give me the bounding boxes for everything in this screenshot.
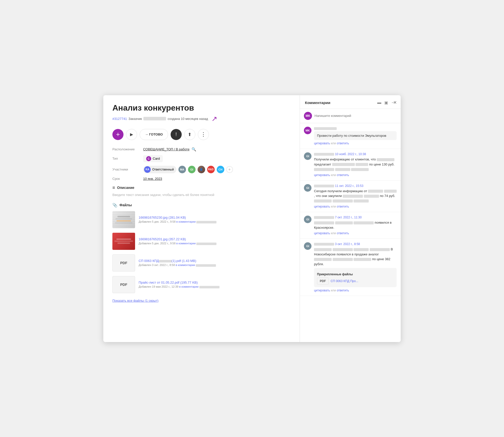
comment-date-link[interactable]: 7 окт. 2022 г., 11:30 [335,216,362,219]
task-meta: #3127741 Заказчик создана 10 месяцев наз… [112,115,291,123]
play-button[interactable]: ▶ [126,129,137,140]
location-link[interactable]: СОВЕЩАНИЕ_ТОП / В работе [143,147,190,151]
show-all-files-link[interactable]: Показать все файлы (1 скрыт) [112,299,159,302]
comment-author-blurred [314,185,334,187]
deadline-value: 10 янв. 2023 [143,177,162,181]
deadline-date[interactable]: 10 янв. 2023 [143,177,162,181]
blurred-word [354,199,369,203]
file-meta-4: Добавлен 19 мая 2022 г., 12:39 в коммент… [139,285,291,288]
file-comment-link-2[interactable]: в комментарии [176,242,196,245]
comment-date-link[interactable]: 11 окт. 2022 г., 15:53 [335,184,363,188]
type-label: Тип [112,157,140,160]
files-section: 📎 Файлы 1669816765230.jpg (281 [112,203,291,302]
blurred-word [314,248,332,251]
comment-row: GI 11 окт. 2022 г., 15:53 Сегодня получи… [304,184,397,209]
task-id-link[interactable]: #3127741 [112,117,127,121]
quote-link[interactable]: цитировать [314,205,330,208]
blurred-word [333,248,353,251]
responsible-avatar-label[interactable]: KA Ответственный [143,166,176,173]
share-button[interactable]: ⬆ [184,129,195,140]
description-placeholder[interactable]: Введите текст описания задачи, чтобы сде… [112,193,291,197]
comment-text: В Новосибирске появился в продаже аналог… [314,247,397,266]
type-field: Тип C Card [112,155,291,162]
comments-view-grid-btn[interactable]: ▣ [384,100,389,106]
comment-date-link[interactable]: 10 нояб. 2022 г., 10:38 [335,152,366,156]
file-info-2: 1669816765201.jpg (357.22 KB) Добавлен 5… [139,237,291,245]
file-name-link-2[interactable]: 1669816765201.jpg (357.22 KB) [139,237,291,241]
comment-content: 11 окт. 2022 г., 15:53 Сегодня получили … [314,184,397,209]
comment-avatar-gi: GI [304,242,311,250]
file-name-link-3[interactable]: СП 0063 КПД(1).pdf (1.43 MB) [139,259,291,263]
meta-created: создана 10 месяцев назад [168,117,208,121]
comment-actions: цитировать или ответить [314,205,397,208]
quote-link[interactable]: цитировать [314,173,330,177]
status-label: → ГОТОВО [145,132,163,136]
comment-meta: 11 окт. 2022 г., 15:53 [314,184,397,188]
comments-view-list-btn[interactable]: ▬ [377,100,382,105]
close-button[interactable]: × [393,99,397,106]
comment-text: Сегодня получили информацию от , что они… [314,189,397,204]
attached-file-link[interactable]: СП 0063 КПД Про... [331,279,358,283]
file-author-blurred-1 [196,221,216,223]
reply-link[interactable]: ответить [337,142,349,145]
reply-link[interactable]: ответить [337,173,349,177]
attached-pdf-badge: PDF [317,278,329,285]
comment-avatar-mk: MK [304,127,311,134]
add-participant-button[interactable]: + [226,166,233,173]
comment-content: 10 нояб. 2022 г., 10:38 Получили информа… [314,152,397,177]
type-badge[interactable]: C Card [143,155,163,162]
blurred-word [354,221,374,224]
file-author-blurred-4 [199,286,219,288]
file-meta-2: Добавлен 5 дек. 2022 г., 9:58 в коммента… [139,242,291,245]
toolbar: + ▶ → ГОТОВО ! ⬆ ⋮ [112,129,291,140]
file-meta-1: Добавлен 5 дек. 2022 г., 9:58 в коммента… [139,220,291,223]
file-comment-link-4[interactable]: в комментарии [179,285,199,288]
description-section: ≡ Описание Введите текст описания задачи… [112,185,291,197]
file-item: 1669816765230.jpg (281.04 KB) Добавлен 5… [112,211,291,228]
blurred-word [368,190,383,193]
file-info-3: СП 0063 КПД(1).pdf (1.43 MB) Добавлен 3 … [139,259,291,266]
modal-body: Анализ конкурентов #3127741 Заказчик соз… [103,95,401,342]
more-button[interactable]: ⋮ [198,129,209,140]
file-info-1: 1669816765230.jpg (281.04 KB) Добавлен 5… [139,216,291,223]
comment-input-avatar: MK [304,112,312,120]
status-button[interactable]: → ГОТОВО [140,129,168,140]
file-author-blurred-3 [196,264,216,267]
quote-link[interactable]: цитировать [314,231,330,235]
file-name-link-1[interactable]: 1669816765230.jpg (281.04 KB) [139,216,291,219]
comment-meta: 3 окт. 2022 г., 8:58 [314,242,397,246]
comment-row: MK Провести работу по стоимости Эмульгат… [304,127,397,145]
comment-input[interactable] [314,114,397,118]
file-author-blurred-2 [196,243,216,245]
participant-avatar-rd: R&D [207,166,215,173]
blurred-word [351,168,369,171]
deadline-label: Срок [112,177,140,181]
quote-link[interactable]: цитировать [314,289,330,292]
file-comment-link-3[interactable]: в комментарии [176,263,195,266]
search-icon[interactable]: 🔍 [192,147,196,152]
exclaim-button[interactable]: ! [171,129,182,140]
quote-link[interactable]: цитировать [314,142,330,145]
right-panel: Комментарии ▬ ▣ ↔ MK MK [300,95,401,342]
comments-toolbar: ▬ ▣ ↔ [377,100,396,106]
task-title: Анализ конкурентов [112,103,291,113]
reply-link[interactable]: ответить [337,205,349,208]
blurred-word [343,195,363,198]
blurred-word [370,248,390,251]
file-comment-link-1[interactable]: в комментарии [176,220,196,223]
file-name-link-4[interactable]: Прайс-лист от 01.05.22.pdf (195.77 KB) [139,281,291,284]
reply-link[interactable]: ответить [337,231,349,235]
comment-author-blurred [314,127,337,130]
type-badge-letter: C [146,156,151,161]
comment-author-blurred [314,243,334,246]
reply-link[interactable]: ответить [337,289,349,292]
blurred-word [356,163,368,166]
blurred-word [314,221,334,224]
paperclip-icon: 📎 [112,203,117,208]
participants-value: KA Ответственный MA GI 👤 R&D CH + [143,166,233,173]
description-title: Описание [117,186,135,190]
comment-date-link[interactable]: 3 окт. 2022 г., 8:58 [335,242,360,246]
add-button[interactable]: + [112,129,123,140]
comment-avatar-gi: GI [304,184,311,192]
comment-author-blurred [314,153,334,156]
